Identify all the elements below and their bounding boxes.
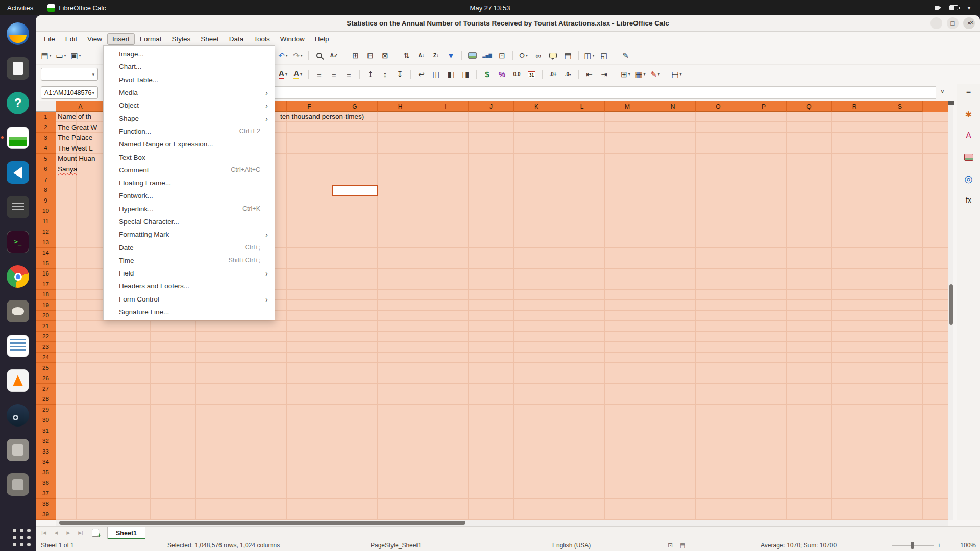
active-cell[interactable] — [332, 185, 378, 196]
focused-app-indicator[interactable]: LibreOffice Calc — [47, 4, 106, 12]
border-color-button[interactable]: ✎▾ — [648, 68, 662, 81]
merge-center-button[interactable]: ◫ — [429, 68, 443, 81]
title-bar[interactable]: Statistics on the Annual Number of Touri… — [36, 15, 980, 32]
vscode-icon[interactable] — [6, 160, 30, 185]
column-header[interactable]: H — [378, 101, 423, 112]
sort-ascending-button[interactable]: A↓ — [414, 49, 428, 62]
expand-formula-bar-icon[interactable]: ∨ — [940, 88, 945, 95]
row-header[interactable]: 12 — [36, 227, 56, 238]
insert-image-button[interactable] — [465, 49, 479, 62]
vertical-scrollbar-thumb[interactable] — [949, 284, 953, 325]
font-name-combo[interactable]: ▾ — [41, 68, 98, 81]
row-header[interactable]: 29 — [36, 405, 56, 415]
menu-item-hyperlink[interactable]: Hyperlink... Ctrl+K — [104, 203, 275, 215]
sheet-tab-sheet1[interactable]: Sheet1 — [107, 527, 145, 539]
row-header[interactable]: 32 — [36, 436, 56, 447]
row-header[interactable]: 30 — [36, 415, 56, 426]
row-header[interactable]: 35 — [36, 467, 56, 478]
freeze-panes-button[interactable]: ◫▾ — [582, 49, 596, 62]
sort-button[interactable]: ⇅ — [400, 49, 413, 62]
center-vertically-button[interactable]: ↕ — [378, 68, 392, 81]
column-header[interactable]: K — [514, 101, 559, 112]
row-header[interactable]: 4 — [36, 143, 56, 154]
menu-item-image[interactable]: Image... — [104, 47, 275, 60]
gray-app-icon-2[interactable] — [6, 472, 30, 497]
menu-item-date[interactable]: Date Ctrl+; — [104, 241, 275, 254]
menu-item-object[interactable]: Object › — [104, 99, 275, 112]
insert-column-button[interactable]: ⊟ — [363, 49, 377, 62]
show-draw-functions-button[interactable]: ✎ — [619, 49, 632, 62]
firefox-icon[interactable] — [6, 21, 30, 46]
zoom-slider-thumb[interactable] — [911, 542, 914, 549]
language-status[interactable]: English (USA) — [552, 539, 591, 551]
next-sheet-button[interactable]: ▶ — [64, 530, 72, 535]
close-document-button[interactable]: × — [969, 18, 974, 27]
show-applications-icon[interactable] — [6, 521, 30, 546]
row-header[interactable]: 38 — [36, 499, 56, 510]
power-icon[interactable] — [947, 0, 962, 15]
caret-down-icon[interactable]: ▾ — [965, 0, 973, 15]
chrome-icon[interactable] — [6, 264, 30, 289]
undo-button[interactable]: ↶▾ — [276, 49, 290, 62]
sidebar-settings-icon[interactable]: ≡ — [963, 88, 975, 97]
menu-file[interactable]: File — [39, 33, 60, 45]
menu-format[interactable]: Format — [135, 33, 167, 45]
menu-item-named-range[interactable]: Named Range or Expression... — [104, 138, 275, 151]
row-header[interactable]: 16 — [36, 269, 56, 280]
menu-item-pivot-table[interactable]: Pivot Table... — [104, 73, 275, 86]
horizontal-scrollbar-thumb[interactable] — [59, 521, 465, 525]
styles-icon[interactable]: A — [961, 128, 976, 143]
column-header-partial[interactable] — [923, 101, 948, 112]
row-header[interactable]: 36 — [36, 478, 56, 489]
menu-item-comment[interactable]: Comment Ctrl+Alt+C — [104, 164, 275, 177]
menu-help[interactable]: Help — [310, 33, 334, 45]
row-header[interactable]: 33 — [36, 446, 56, 457]
row-header[interactable]: 1 — [36, 112, 56, 122]
column-header[interactable]: Q — [787, 101, 832, 112]
special-character-button[interactable]: Ω▾ — [517, 49, 530, 62]
insert-row-button[interactable]: ⊞ — [349, 49, 362, 62]
border-style-button[interactable]: ▦▾ — [633, 68, 647, 81]
row-header[interactable]: 23 — [36, 342, 56, 353]
clock[interactable]: May 27 13:53 — [470, 4, 510, 12]
average-sum-status[interactable]: Average: 1070; Sum: 10700 — [761, 539, 837, 551]
row-header[interactable]: 10 — [36, 206, 56, 217]
menu-item-field[interactable]: Field › — [104, 267, 275, 280]
column-header[interactable]: G — [332, 101, 378, 112]
row-header[interactable]: 6 — [36, 164, 56, 175]
zoom-out-button[interactable]: − — [879, 539, 883, 551]
functions-icon[interactable]: fx — [961, 192, 976, 208]
align-left-button[interactable]: ≡ — [312, 68, 326, 81]
menu-window[interactable]: Window — [275, 33, 310, 45]
wrap-text-button[interactable]: ↩ — [414, 68, 428, 81]
gimp-icon[interactable] — [6, 299, 30, 323]
row-header[interactable]: 2 — [36, 122, 56, 133]
row-header[interactable]: 14 — [36, 248, 56, 259]
align-bottom-button[interactable]: ↧ — [393, 68, 407, 81]
menu-item-function[interactable]: Function... Ctrl+F2 — [104, 125, 275, 138]
menu-item-text-box[interactable]: Text Box — [104, 151, 275, 163]
column-header[interactable]: O — [696, 101, 741, 112]
row-header[interactable]: 3 — [36, 133, 56, 143]
row-header[interactable]: 19 — [36, 300, 56, 311]
redo-button[interactable]: ↷▾ — [291, 49, 305, 62]
insert-chart-button[interactable]: ▂▅▇ — [480, 49, 494, 62]
column-header[interactable]: F — [287, 101, 332, 112]
autofilter-button[interactable]: ▼ — [444, 49, 458, 62]
menu-item-floating-frame[interactable]: Floating Frame... — [104, 177, 275, 189]
name-box[interactable]: A1:AMJ1048576 ▾ — [41, 86, 98, 99]
column-header[interactable]: M — [605, 101, 650, 112]
column-header[interactable]: N — [650, 101, 696, 112]
vertical-scrollbar[interactable] — [948, 101, 953, 520]
save-button[interactable]: ▣▾ — [69, 49, 83, 62]
menu-item-headers-footers[interactable]: Headers and Footers... — [104, 280, 275, 292]
find-replace-button[interactable] — [312, 49, 326, 62]
row-header[interactable]: 25 — [36, 363, 56, 373]
row-header[interactable]: 8 — [36, 185, 56, 196]
menu-item-fontwork[interactable]: Fontwork... — [104, 189, 275, 202]
row-header[interactable]: 34 — [36, 457, 56, 468]
delete-cells-button[interactable]: ⊠ — [378, 49, 392, 62]
gray-app-icon-1[interactable] — [6, 438, 30, 462]
row-header[interactable]: 22 — [36, 332, 56, 342]
minimize-button[interactable]: − — [930, 17, 942, 29]
